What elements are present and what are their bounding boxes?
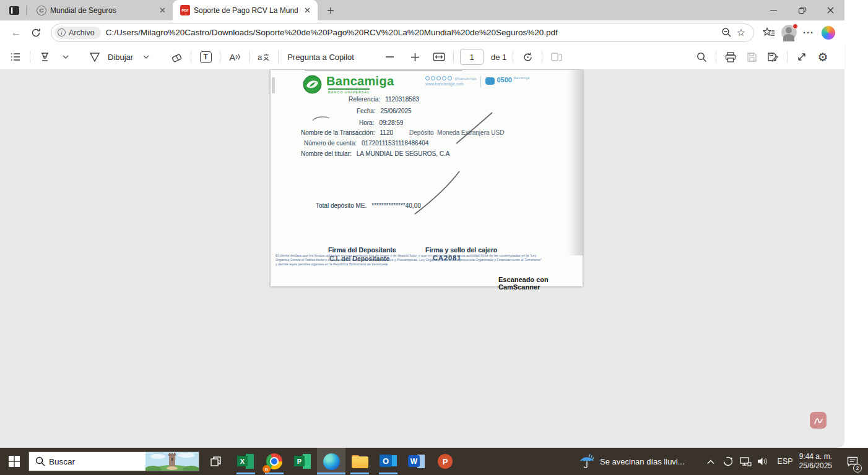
draw-dropdown[interactable] xyxy=(137,48,155,66)
page-number-input[interactable] xyxy=(460,49,484,65)
weather-text: Se avecinan días lluvi... xyxy=(600,457,685,466)
minimize-button[interactable] xyxy=(759,0,788,20)
copilot-icon xyxy=(822,26,835,40)
zoom-indicator-button[interactable] xyxy=(719,25,734,40)
fit-width-icon xyxy=(433,53,445,61)
minimize-icon xyxy=(770,10,777,11)
highlighter-button[interactable] xyxy=(36,48,53,66)
meet-now-icon xyxy=(722,456,734,467)
outlook-icon: O xyxy=(380,454,397,469)
workspaces-icon xyxy=(9,6,20,15)
volume-button[interactable] xyxy=(755,454,770,469)
fit-to-width-button[interactable] xyxy=(430,48,448,66)
draw-button[interactable] xyxy=(86,48,103,66)
ellipsis-icon: ··· xyxy=(803,27,814,38)
profile-button[interactable] xyxy=(781,25,797,41)
tab-soporte-pago-pdf[interactable]: PDF Soporte de Pago RCV La Mundial xyxy=(173,0,318,20)
speaker-icon xyxy=(757,456,769,467)
zoom-out-button[interactable] xyxy=(381,48,398,66)
file-scheme-badge[interactable]: i Archivo xyxy=(54,27,101,39)
copilot-button[interactable] xyxy=(820,25,836,41)
running-indicator xyxy=(237,473,255,474)
chevron-up-icon xyxy=(706,459,715,464)
save-as-button[interactable] xyxy=(764,48,781,66)
highlighter-dropdown[interactable] xyxy=(57,48,74,66)
taskbar-apps: X n P xyxy=(232,448,459,475)
pdf-settings-button[interactable]: ⚙ xyxy=(814,48,831,66)
powerpoint-icon: P xyxy=(438,454,453,469)
save-as-icon xyxy=(767,52,778,62)
taskbar-app-chrome[interactable]: n xyxy=(260,448,289,475)
eraser-icon xyxy=(171,52,183,62)
pdf-page: Bancamiga BANCO UNIVERSAL @ba xyxy=(271,70,583,286)
tab-close-icon[interactable] xyxy=(302,5,313,16)
search-highlight-image[interactable] xyxy=(145,451,199,471)
taskbar-app-explorer[interactable] xyxy=(345,448,374,475)
pdf-favicon: PDF xyxy=(180,5,190,15)
toolbar-divider xyxy=(191,51,191,63)
table-of-contents-button[interactable] xyxy=(7,48,24,66)
close-button[interactable] xyxy=(816,0,844,20)
favorite-star-button[interactable]: ☆ xyxy=(734,25,749,40)
url-field[interactable]: i Archivo C:/Users/Milagro%20Castro/Down… xyxy=(51,24,754,42)
tab-close-icon[interactable] xyxy=(157,5,168,16)
tab-mundial-de-seguros[interactable]: C Mundial de Seguros xyxy=(29,0,173,20)
eraser-button[interactable] xyxy=(168,48,185,66)
copilot-prompt-button[interactable]: Pregunta a Copilot xyxy=(287,53,354,62)
action-center-button[interactable]: 2 xyxy=(842,448,863,475)
read-aloud-button[interactable]: A xyxy=(226,48,243,66)
open-in-acrobat-button[interactable] xyxy=(810,412,827,429)
url-text[interactable]: C:/Users/Milagro%20Castro/Downloads/Sopo… xyxy=(106,28,719,37)
clock[interactable]: 9:44 a. m. 25/6/2025 xyxy=(799,452,832,471)
add-text-button[interactable]: T xyxy=(197,48,214,66)
rotate-button[interactable] xyxy=(519,48,536,66)
tabstrip-divider xyxy=(26,6,27,15)
task-view-button[interactable] xyxy=(203,448,229,475)
settings-menu-button[interactable]: ··· xyxy=(801,25,817,41)
pdf-viewer[interactable]: Bancamiga BANCO UNIVERSAL @ba xyxy=(0,69,844,448)
taskbar-app-edge[interactable] xyxy=(317,448,345,475)
taskbar-weather-widget[interactable]: Se avecinan días lluvi... xyxy=(579,453,685,469)
favorites-bar-button[interactable] xyxy=(761,25,777,41)
clock-time: 9:44 a. m. xyxy=(799,452,832,461)
taskbar-app-outlook[interactable]: O xyxy=(374,448,402,475)
taskbar-search-box[interactable]: Buscar xyxy=(28,451,199,471)
refresh-button[interactable] xyxy=(28,25,44,41)
show-hidden-icons-button[interactable] xyxy=(703,454,718,469)
taskbar-app-project[interactable]: P xyxy=(289,448,317,475)
taskbar-app-word[interactable]: W xyxy=(402,448,431,475)
tab-strip: C Mundial de Seguros PDF Soporte de Pago… xyxy=(0,0,844,20)
meet-now-button[interactable] xyxy=(721,454,736,469)
screen: C Mundial de Seguros PDF Soporte de Pago… xyxy=(0,0,868,475)
taskbar-app-excel[interactable]: X xyxy=(232,448,260,475)
zoom-in-button[interactable] xyxy=(406,48,423,66)
print-button[interactable] xyxy=(722,48,739,66)
avatar xyxy=(781,25,797,40)
project-icon: P xyxy=(294,453,311,469)
draw-label[interactable]: Dibujar xyxy=(108,53,133,62)
page-view-icon xyxy=(551,52,562,62)
new-tab-button[interactable] xyxy=(323,2,339,19)
taskbar-app-powerpoint[interactable]: P xyxy=(431,448,459,475)
fullscreen-button[interactable] xyxy=(793,48,810,66)
toolbar-divider xyxy=(716,51,716,63)
expand-icon xyxy=(797,52,807,62)
translate-kanji-icon xyxy=(263,53,270,61)
language-indicator[interactable]: ESP xyxy=(778,457,793,466)
tab-actions-button[interactable] xyxy=(5,2,24,19)
network-button[interactable] xyxy=(738,454,753,469)
running-indicator xyxy=(350,473,369,474)
start-button[interactable] xyxy=(0,448,28,475)
file-badge-label: Archivo xyxy=(69,28,95,37)
page-count-label: de 1 xyxy=(491,53,506,62)
toolbar-divider xyxy=(278,51,279,63)
back-button[interactable]: ← xyxy=(8,25,24,41)
translate-button[interactable]: a xyxy=(255,48,272,66)
toolbar-divider xyxy=(220,51,220,63)
pdf-toolbar-left: Dibujar T A xyxy=(5,45,357,69)
network-icon xyxy=(739,456,752,467)
toc-icon xyxy=(10,52,21,62)
rotate-icon xyxy=(523,52,533,62)
search-document-button[interactable] xyxy=(693,48,710,66)
restore-button[interactable] xyxy=(788,0,816,20)
